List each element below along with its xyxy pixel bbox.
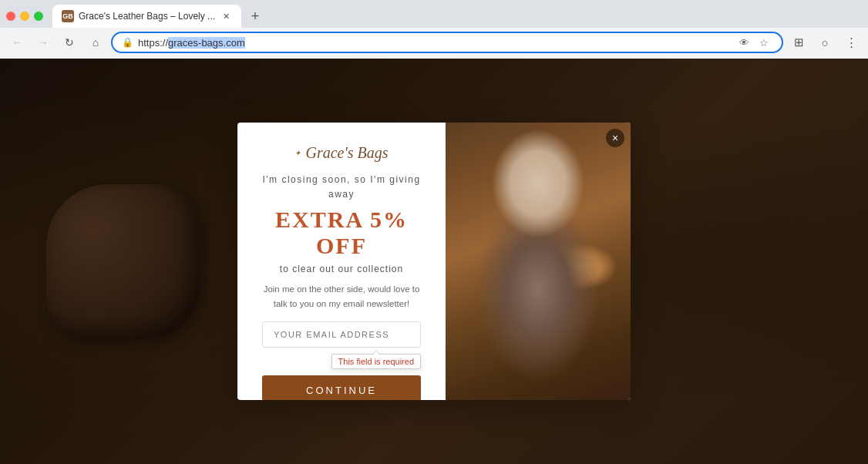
hero-background: ✦ Grace's Bags I'm closing soon, so I'm … [0, 59, 868, 464]
eye-icon[interactable]: 👁 [735, 34, 752, 51]
continue-button[interactable]: CONTINUE [262, 375, 421, 400]
browser-right-controls: ⊞ ○ ⋮ [788, 32, 862, 53]
modal-right-panel: × [446, 123, 631, 400]
email-field-wrapper: This field is required [262, 321, 421, 348]
window-controls[interactable] [6, 12, 43, 21]
modal-image [446, 123, 631, 400]
email-signup-modal: ✦ Grace's Bags I'm closing soon, so I'm … [237, 123, 631, 400]
forward-button[interactable]: → [32, 32, 54, 53]
modal-overlay[interactable]: ✦ Grace's Bags I'm closing soon, so I'm … [0, 59, 868, 464]
modal-subtitle: I'm closing soon, so I'm giving away [262, 173, 421, 202]
window-close-btn[interactable] [6, 12, 15, 21]
profile-button[interactable]: ○ [814, 32, 836, 53]
tab-close-btn[interactable]: ✕ [220, 10, 232, 22]
validation-tooltip: This field is required [331, 354, 421, 369]
modal-left-panel: ✦ Grace's Bags I'm closing soon, so I'm … [237, 123, 446, 400]
bookmark-star-icon[interactable]: ☆ [755, 34, 772, 51]
window-maximize-btn[interactable] [34, 12, 43, 21]
address-lock-icon: 🔒 [122, 37, 133, 48]
email-input[interactable] [262, 321, 421, 348]
extensions-button[interactable]: ⊞ [788, 32, 809, 53]
refresh-button[interactable]: ↻ [59, 32, 80, 53]
title-bar: GB Grace's Leather Bags – Lovely ... ✕ + [0, 0, 868, 28]
modal-logo-star: ✦ [294, 149, 301, 157]
website: Closure Sale: Up to 80% Off – Extra Disc… [0, 59, 868, 464]
address-url-static: https:// [138, 37, 168, 49]
browser-controls: ← → ↻ ⌂ 🔒 https://graces-bags.com 👁 ☆ ⊞ … [0, 28, 868, 59]
person-image [446, 123, 631, 400]
modal-logo: ✦ Grace's Bags [294, 144, 388, 162]
browser-chrome: GB Grace's Leather Bags – Lovely ... ✕ +… [0, 0, 868, 59]
modal-body-text: Join me on the other side, would love to… [262, 282, 421, 311]
tab-title: Grace's Leather Bags – Lovely ... [79, 11, 215, 22]
address-bar[interactable]: 🔒 https://graces-bags.com 👁 ☆ [111, 32, 783, 53]
window-minimize-btn[interactable] [20, 12, 29, 21]
home-button[interactable]: ⌂ [85, 32, 106, 53]
close-icon: × [612, 132, 618, 144]
active-tab[interactable]: GB Grace's Leather Bags – Lovely ... ✕ [52, 5, 241, 28]
address-url-selected: graces-bags.com [168, 37, 245, 49]
address-text[interactable]: https://graces-bags.com [138, 37, 731, 49]
address-actions: 👁 ☆ [735, 34, 772, 51]
more-options-button[interactable]: ⋮ [840, 32, 862, 53]
modal-logo-text: Grace's Bags [305, 144, 388, 162]
modal-close-button[interactable]: × [606, 129, 624, 147]
validation-message: This field is required [338, 357, 414, 366]
new-tab-button[interactable]: + [244, 5, 266, 27]
tab-favicon: GB [62, 10, 74, 22]
modal-headline: EXTRA 5% OFF [262, 207, 421, 259]
modal-tagline: to clear out our collection [280, 264, 403, 274]
back-button[interactable]: ← [6, 32, 28, 53]
